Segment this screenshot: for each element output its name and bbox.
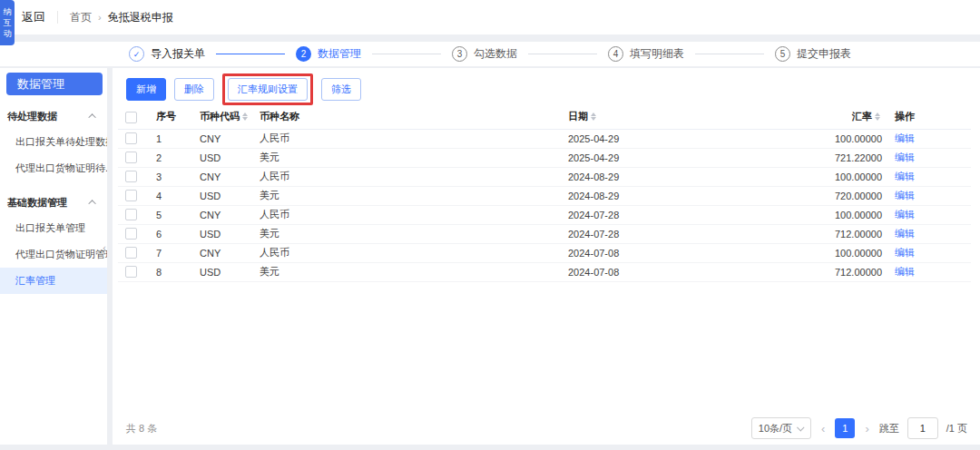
sidebar-item-export-declaration-pending[interactable]: 出口报关单待处理数据	[0, 129, 107, 155]
page-1-button[interactable]: 1	[835, 418, 855, 438]
chevron-up-icon	[88, 200, 95, 207]
sidebar-group-basic-data[interactable]: 基础数据管理	[0, 190, 107, 215]
table-row[interactable]: 5 CNY 人民币 2024-07-28 100.00000 编辑	[118, 205, 971, 224]
cell-rate: 100.00000	[804, 243, 884, 262]
edit-link[interactable]: 编辑	[895, 152, 915, 162]
col-header-rate[interactable]: 汇率	[804, 105, 884, 129]
cell-currency-code: USD	[192, 148, 252, 167]
step-fill-detail-form[interactable]: 4 填写明细表	[608, 46, 684, 62]
row-checkbox[interactable]	[125, 266, 137, 278]
interaction-floating-tab[interactable]: 纳 互 动	[0, 0, 15, 45]
table-row[interactable]: 1 CNY 人民币 2025-04-29 100.00000 编辑	[118, 129, 971, 148]
edit-link[interactable]: 编辑	[895, 266, 915, 277]
tab-char: 纳	[4, 6, 12, 17]
cell-currency-name: 美元	[252, 224, 561, 243]
chevron-left-icon[interactable]: ‹	[103, 242, 106, 253]
divider	[57, 11, 58, 24]
row-checkbox[interactable]	[125, 209, 137, 220]
rate-rule-settings-button[interactable]: 汇率规则设置	[228, 78, 308, 101]
breadcrumb-home-link[interactable]: 首页	[70, 10, 92, 25]
step-connector	[372, 54, 441, 54]
sort-icon[interactable]	[875, 112, 880, 121]
total-count: 共 8 条	[126, 422, 157, 435]
rates-table: 序号 币种代码 币种名称 日期	[118, 105, 971, 282]
table-row[interactable]: 4 USD 美元 2024-08-29 720.00000 编辑	[118, 186, 971, 205]
col-header-code[interactable]: 币种代码	[192, 105, 252, 129]
edit-link[interactable]: 编辑	[895, 247, 915, 258]
step-label: 勾选数据	[474, 46, 517, 62]
sidebar-title-data-management[interactable]: 数据管理	[6, 73, 103, 95]
col-header-date[interactable]: 日期	[561, 105, 804, 129]
cell-date: 2024-07-28	[561, 224, 804, 243]
step-connector	[695, 54, 764, 54]
pagination: 10条/页 ‹ 1 › 跳至 /1 页	[751, 417, 967, 439]
table-row[interactable]: 7 CNY 人民币 2024-07-08 100.00000 编辑	[118, 243, 971, 262]
edit-link[interactable]: 编辑	[895, 190, 915, 201]
row-checkbox[interactable]	[125, 228, 137, 240]
jump-page-input[interactable]	[907, 417, 938, 439]
row-checkbox[interactable]	[125, 190, 137, 201]
step-number: 4	[608, 46, 623, 62]
add-button[interactable]: 新增	[126, 78, 166, 101]
col-header-seq: 序号	[149, 105, 192, 129]
cell-currency-name: 美元	[252, 186, 561, 205]
total-pages-label: /1 页	[946, 422, 967, 435]
cell-date: 2024-08-29	[561, 167, 804, 186]
group-label: 待处理数据	[7, 110, 57, 123]
filter-button[interactable]: 筛选	[321, 78, 361, 101]
step-import-declaration[interactable]: ✓ 导入报关单	[129, 46, 205, 62]
step-data-management[interactable]: 2 数据管理	[296, 46, 361, 62]
delete-button[interactable]: 删除	[174, 78, 214, 101]
sort-icon[interactable]	[591, 112, 596, 121]
row-checkbox[interactable]	[125, 247, 137, 259]
breadcrumb: 首页 › 免抵退税申报	[70, 10, 173, 25]
cell-rate: 100.00000	[804, 205, 884, 224]
sidebar-item-exchange-rate-mgmt[interactable]: 汇率管理	[0, 268, 107, 294]
cell-seq: 4	[149, 186, 192, 205]
page-size-select[interactable]: 10条/页	[751, 417, 811, 439]
cell-seq: 6	[149, 224, 192, 243]
cell-seq: 8	[149, 262, 192, 281]
sidebar-item-agent-export-cert-mgmt[interactable]: 代理出口货物证明管理	[0, 241, 107, 268]
col-header-name: 币种名称	[252, 105, 561, 129]
toolbar: 新增 删除 汇率规则设置 筛选	[113, 68, 980, 103]
edit-link[interactable]: 编辑	[895, 171, 915, 181]
row-checkbox[interactable]	[125, 152, 137, 163]
prev-page-button[interactable]: ‹	[819, 422, 827, 435]
edit-link[interactable]: 编辑	[895, 209, 915, 220]
cell-currency-code: USD	[192, 262, 252, 281]
col-header-rate-label: 汇率	[852, 110, 872, 123]
step-submit-declaration[interactable]: 5 提交申报表	[775, 46, 851, 62]
step-select-data[interactable]: 3 勾选数据	[452, 46, 517, 62]
row-checkbox[interactable]	[125, 171, 137, 182]
group-label: 基础数据管理	[7, 196, 67, 210]
table-row[interactable]: 3 CNY 人民币 2024-08-29 100.00000 编辑	[118, 167, 971, 186]
table-row[interactable]: 6 USD 美元 2024-07-28 712.00000 编辑	[118, 224, 971, 243]
sort-icon[interactable]	[242, 112, 248, 121]
tab-char: 互	[4, 17, 12, 28]
edit-link[interactable]: 编辑	[895, 132, 915, 143]
topbar: 返回 首页 › 免抵退税申报	[0, 0, 980, 34]
sidebar-group-pending-data[interactable]: 待处理数据	[0, 103, 107, 129]
cell-currency-name: 人民币	[252, 129, 561, 148]
sidebar-item-export-declaration-mgmt[interactable]: 出口报关单管理	[0, 215, 107, 241]
table-row[interactable]: 8 USD 美元 2024-07-08 712.00000 编辑	[118, 262, 971, 281]
cell-rate: 712.00000	[804, 224, 884, 243]
cell-currency-code: USD	[192, 186, 252, 205]
cell-seq: 7	[149, 243, 192, 262]
cell-seq: 2	[149, 148, 192, 167]
cell-currency-code: CNY	[192, 129, 252, 148]
main-panel: 新增 删除 汇率规则设置 筛选 序号 币种代码	[113, 68, 980, 445]
tab-char: 动	[4, 28, 12, 39]
next-page-button[interactable]: ›	[863, 422, 870, 435]
select-all-checkbox[interactable]	[125, 112, 137, 123]
edit-link[interactable]: 编辑	[895, 228, 915, 239]
back-button[interactable]: 返回	[22, 9, 45, 25]
cell-date: 2024-07-08	[561, 243, 804, 262]
sidebar-item-agent-export-cert-pending[interactable]: 代理出口货物证明待...	[0, 155, 107, 181]
row-checkbox[interactable]	[125, 132, 137, 144]
table-row[interactable]: 2 USD 美元 2025-04-29 721.22000 编辑	[118, 148, 971, 167]
step-label: 数据管理	[318, 46, 361, 62]
step-label: 填写明细表	[630, 46, 684, 62]
cell-seq: 5	[149, 205, 192, 224]
